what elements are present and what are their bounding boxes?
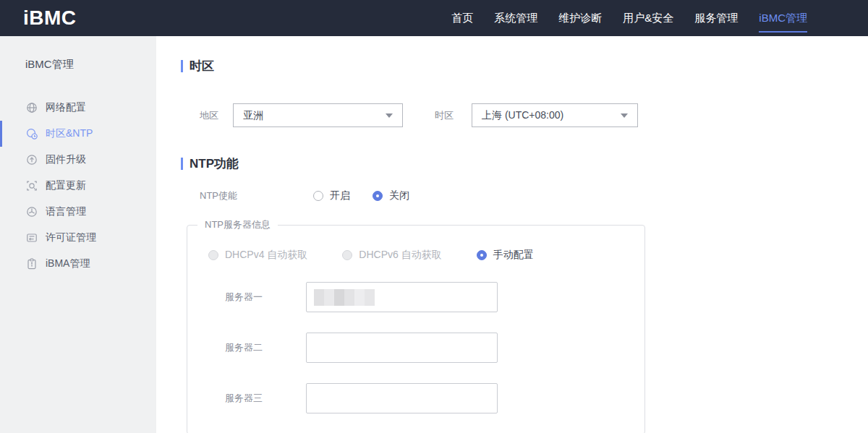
firmware-upgrade-icon [26, 154, 38, 166]
top-navigation: 首页 系统管理 维护诊断 用户&安全 服务管理 iBMC管理 [451, 0, 807, 36]
chevron-down-icon [621, 113, 628, 118]
top-bar: iBMC 首页 系统管理 维护诊断 用户&安全 服务管理 iBMC管理 [0, 0, 868, 36]
nav-item-home[interactable]: 首页 [451, 0, 473, 36]
sidebar-item-language-management[interactable]: 语言管理 [0, 199, 156, 225]
server-three-input[interactable] [306, 383, 498, 413]
server-three-row: 服务器三 [225, 383, 644, 413]
server-three-label: 服务器三 [225, 392, 306, 405]
radio-circle-icon [208, 250, 218, 260]
sidebar-menu: 网络配置 时区&NTP 固件升级 [0, 95, 156, 277]
masked-value [314, 289, 375, 306]
sidebar-item-ibma-management[interactable]: iBMA管理 [0, 251, 156, 277]
radio-label: 关闭 [389, 189, 409, 202]
timezone-select-value: 上海 (UTC+08:00) [482, 109, 563, 122]
chevron-down-icon [386, 113, 393, 118]
server-one-label: 服务器一 [225, 291, 306, 304]
radio-dhcpv4-auto[interactable]: DHCPv4 自动获取 [208, 249, 307, 262]
section-accent-bar [181, 60, 183, 72]
server-two-label: 服务器二 [225, 341, 306, 354]
sidebar-item-firmware-upgrade[interactable]: 固件升级 [0, 147, 156, 173]
sidebar-item-label: 配置更新 [46, 179, 86, 192]
radio-ntp-on[interactable]: 开启 [313, 189, 350, 202]
sidebar-item-label: 网络配置 [46, 101, 86, 114]
sidebar-item-label: iBMA管理 [46, 257, 90, 270]
timezone-section-title: 时区 [190, 58, 214, 74]
nav-item-system[interactable]: 系统管理 [494, 0, 537, 36]
network-globe-icon [26, 102, 38, 113]
radio-dhcpv6-auto[interactable]: DHCPv6 自动获取 [342, 249, 441, 262]
ntp-section-title: NTP功能 [190, 155, 239, 172]
nav-item-services[interactable]: 服务管理 [694, 0, 738, 36]
radio-circle-icon [477, 250, 487, 260]
radio-manual-config[interactable]: 手动配置 [477, 249, 534, 262]
sidebar-item-config-update[interactable]: 配置更新 [0, 173, 156, 199]
timezone-clock-icon [26, 128, 38, 140]
radio-label: 手动配置 [493, 249, 534, 262]
sidebar-item-network-config[interactable]: 网络配置 [0, 95, 156, 121]
sidebar-item-label: 时区&NTP [46, 127, 93, 140]
ntp-section-header: NTP功能 [181, 155, 868, 172]
timezone-section-header: 时区 [181, 58, 868, 74]
sidebar-item-timezone-ntp[interactable]: 时区&NTP [0, 121, 156, 147]
nav-item-ibmc-management[interactable]: iBMC管理 [759, 0, 807, 36]
sidebar: iBMC管理 网络配置 时区&NTP [0, 36, 156, 433]
radio-label: 开启 [330, 189, 350, 202]
main-content: 时区 地区 亚洲 时区 上海 (UTC+08:00) NTP功能 NTP使能 开… [156, 36, 868, 433]
ntp-server-group-legend: NTP服务器信息 [197, 218, 278, 231]
server-two-row: 服务器二 [225, 333, 644, 363]
license-icon [26, 232, 38, 244]
nav-item-maintenance[interactable]: 维护诊断 [558, 0, 602, 36]
server-one-row: 服务器一 [225, 282, 644, 312]
ntp-enable-label: NTP使能 [200, 189, 313, 202]
ntp-server-mode-row: DHCPv4 自动获取 DHCPv6 自动获取 手动配置 [208, 249, 644, 262]
ibma-clipboard-icon [26, 258, 38, 270]
language-icon [26, 206, 38, 218]
config-update-icon [26, 180, 38, 192]
sidebar-item-license-management[interactable]: 许可证管理 [0, 225, 156, 251]
ntp-enable-row: NTP使能 开启 关闭 [181, 189, 868, 202]
radio-label: DHCPv4 自动获取 [225, 249, 307, 262]
ntp-server-group: NTP服务器信息 DHCPv4 自动获取 DHCPv6 自动获取 手动配置 服务… [187, 218, 645, 433]
server-one-input[interactable] [306, 282, 498, 312]
timezone-label: 时区 [435, 109, 472, 122]
timezone-select[interactable]: 上海 (UTC+08:00) [472, 103, 638, 127]
section-accent-bar [181, 158, 183, 170]
sidebar-item-label: 语言管理 [46, 205, 86, 218]
radio-circle-icon [342, 250, 352, 260]
radio-circle-icon [373, 191, 383, 201]
timezone-form-row: 地区 亚洲 时区 上海 (UTC+08:00) [181, 103, 868, 127]
app-logo: iBMC [23, 7, 77, 30]
region-label: 地区 [200, 109, 233, 122]
nav-item-user-security[interactable]: 用户&安全 [623, 0, 673, 36]
region-select-value: 亚洲 [243, 109, 263, 122]
region-select[interactable]: 亚洲 [233, 103, 403, 127]
radio-ntp-off[interactable]: 关闭 [373, 189, 409, 202]
sidebar-item-label: 许可证管理 [46, 231, 96, 244]
radio-label: DHCPv6 自动获取 [359, 249, 441, 262]
sidebar-title: iBMC管理 [0, 36, 156, 72]
radio-circle-icon [313, 191, 323, 201]
server-two-input[interactable] [306, 333, 498, 363]
sidebar-item-label: 固件升级 [46, 153, 86, 166]
